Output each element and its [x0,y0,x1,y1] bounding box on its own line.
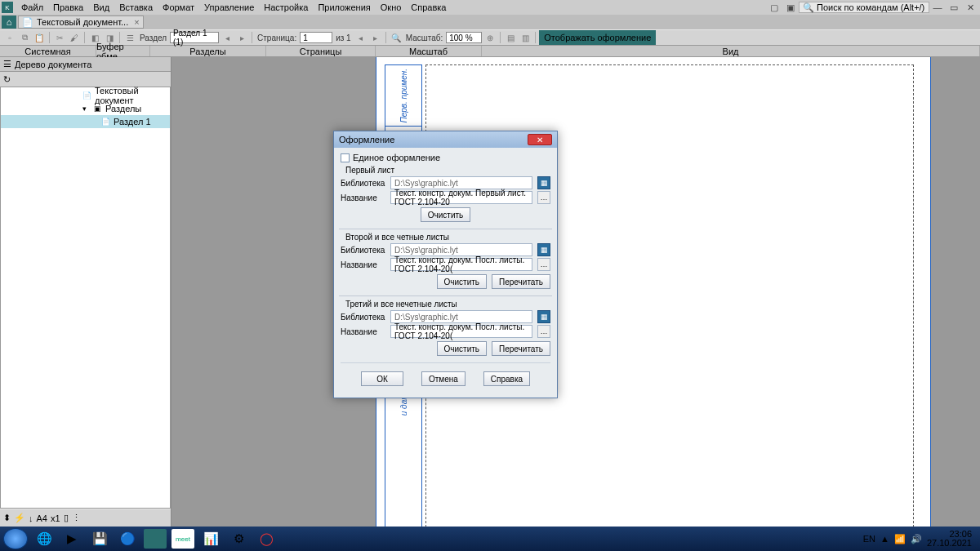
tree-section1[interactable]: 📄Раздел 1 [1,115,170,128]
volume-icon[interactable]: 🔊 [911,534,922,544]
menu-settings[interactable]: Настройка [259,1,313,14]
menu-help[interactable]: Справка [406,1,451,14]
task-save-icon[interactable]: 💾 [88,529,111,549]
menu-window[interactable]: Окно [376,1,407,14]
cancel-button[interactable]: Отмена [421,371,466,386]
help-button[interactable]: Справка [483,371,530,386]
name2-browse-button[interactable]: … [537,258,550,271]
clear1-button[interactable]: Очистить [421,207,471,222]
task-app-icon[interactable]: 📊 [199,529,222,549]
expand-icon[interactable]: ▾ [79,104,89,113]
scale-input[interactable]: 100 % [446,32,482,43]
start-button[interactable] [3,528,28,549]
menu-apps[interactable]: Приложения [313,1,375,14]
clear3-button[interactable]: Очистить [437,341,488,356]
wifi-icon[interactable]: 📶 [894,534,906,544]
panel-icon2[interactable]: ▣ [784,2,797,13]
system-tray[interactable]: EN ▲ 📶 🔊 [863,534,922,544]
close-tab-icon[interactable]: × [134,17,139,27]
lib3-input[interactable]: D:\Sys\graphic.lyt [390,310,532,323]
copy-icon[interactable]: ⧉ [18,31,31,44]
format-icon[interactable]: 🖌 [68,31,81,44]
folder-icon: ▣ [92,104,102,113]
dialog-title: Оформление [339,135,394,144]
task-settings-icon[interactable]: ⚙ [227,529,250,549]
zoom-fit-icon[interactable]: 🔍 [390,31,403,44]
view1-icon[interactable]: ▤ [504,31,517,44]
tray-up-icon[interactable]: ▲ [880,534,889,544]
panel-icon[interactable]: ▢ [768,2,781,13]
lib1-input[interactable]: D:\Sys\graphic.lyt [390,176,532,189]
task-opera-icon[interactable]: ◯ [255,529,278,549]
orient-icon[interactable]: ▯ [64,513,69,523]
dialog-close-button[interactable]: ✕ [528,134,552,145]
document-tree[interactable]: 📄Текстовый документ ▾▣Разделы 📄Раздел 1 [0,87,171,509]
menu-edit[interactable]: Правка [48,1,88,14]
menu-view[interactable]: Вид [88,1,114,14]
name1-input[interactable]: Текст. констр. докум. Первый лист. ГОСТ … [390,191,532,204]
lib-label: Библиотека [341,179,385,188]
tree-root[interactable]: 📄Текстовый документ [1,89,170,102]
sidebar-toolbar: ↻ [0,72,171,87]
refresh-icon[interactable]: ↻ [3,74,11,85]
view2-icon[interactable]: ▥ [519,31,532,44]
name2-input[interactable]: Текст. констр. докум. Посл. листы. ГОСТ … [390,258,532,271]
show-layout-tab[interactable]: Отображать оформление [539,30,656,45]
canvas[interactable]: Перв. примен. Подп Инв. № дубл. Взам. ин… [172,57,980,527]
menu-manage[interactable]: Управление [199,1,259,14]
home-tab[interactable]: ⌂ [2,16,16,29]
maximize-button[interactable]: ▭ [947,2,960,13]
clear2-button[interactable]: Очистить [437,274,488,289]
name3-input[interactable]: Текст. констр. докум. Посл. листы. ГОСТ … [390,325,532,338]
cut-icon[interactable]: ✂ [53,31,66,44]
task-media-icon[interactable]: ▶ [60,529,83,549]
taskbar: 🌐 ▶ 💾 🔵 meet 📊 ⚙ ◯ EN ▲ 📶 🔊 23:0627.10.2… [0,527,980,551]
menu-insert[interactable]: Вставка [114,1,158,14]
lang-indicator[interactable]: EN [863,534,875,544]
task-kompas-icon[interactable] [144,529,167,549]
close-button[interactable]: ✕ [964,2,977,13]
format-a4[interactable]: A4 [37,513,47,523]
lib1-browse-button[interactable]: ▦ [537,176,550,189]
new-icon[interactable]: ▫ [3,31,16,44]
document-tab[interactable]: 📄Текстовый документ...× [18,16,144,29]
more-icon[interactable]: ⋮ [72,513,81,523]
name-label: Название [341,193,385,202]
name3-browse-button[interactable]: … [537,325,550,338]
dialog-titlebar[interactable]: Оформление ✕ [334,131,557,148]
down-icon[interactable]: ↓ [29,513,33,523]
section-next-icon[interactable]: ▸ [235,31,248,44]
bolt-icon[interactable]: ⚡ [14,513,25,523]
reread2-button[interactable]: Перечитать [492,274,550,289]
sidebar: ☰Дерево документа ↻ 📄Текстовый документ … [0,57,172,527]
layout-dialog: Оформление ✕ Единое оформление Первый ли… [333,131,558,398]
page-next-icon[interactable]: ▸ [369,31,382,44]
sidebar-footer: ⬍ ⚡ ↓ A4 x1 ▯ ⋮ [0,509,171,527]
lib3-browse-button[interactable]: ▦ [537,310,550,323]
task-ie-icon[interactable]: 🌐 [33,529,56,549]
minimize-button[interactable]: — [931,2,944,13]
lib2-input[interactable]: D:\Sys\graphic.lyt [390,243,532,256]
clock[interactable]: 23:0627.10.2021 [927,530,977,548]
page-prev-icon[interactable]: ◂ [354,31,368,44]
reread3-button[interactable]: Перечитать [492,341,550,356]
paste-icon[interactable]: 📋 [33,31,46,44]
ok-button[interactable]: ОК [361,371,403,386]
task-chrome-icon[interactable]: 🔵 [116,529,139,549]
tree-icon: ☰ [3,59,11,69]
uniform-checkbox[interactable]: Единое оформление [341,153,550,162]
task-meet-icon[interactable]: meet [172,529,194,549]
menu-format[interactable]: Формат [158,1,199,14]
section-input[interactable]: Раздел 1 (1) [170,32,219,43]
name1-browse-button[interactable]: … [537,191,550,204]
lib2-browse-button[interactable]: ▦ [537,243,550,256]
menu-file[interactable]: Файл [16,1,48,14]
section-prev-icon[interactable]: ◂ [220,31,234,44]
group-third: Третий и все нечетные листы [341,300,550,309]
scale-x1[interactable]: x1 [51,513,60,523]
command-search[interactable]: 🔍Поиск по командам (Alt+/) [799,2,929,13]
doc-icon: 📄 [82,91,91,100]
zoom-in-icon[interactable]: ⊕ [483,31,497,44]
sort-icon[interactable]: ⬍ [3,513,11,523]
page-input[interactable]: 1 [300,32,332,43]
